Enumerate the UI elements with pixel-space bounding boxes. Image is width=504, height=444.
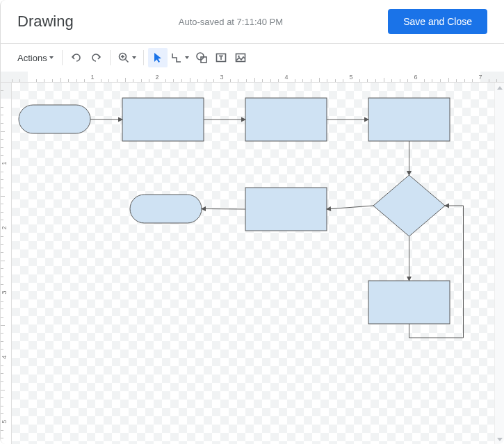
textbox-tool-button[interactable]: [211, 48, 231, 67]
shape-icon: [195, 51, 208, 64]
svg-point-4: [197, 53, 204, 60]
dropdown-caret-icon: [185, 56, 189, 59]
select-tool-button[interactable]: [148, 48, 168, 67]
drawing-canvas[interactable]: [12, 83, 494, 444]
flowchart-connector[interactable]: [327, 206, 373, 209]
zoom-button[interactable]: [115, 48, 139, 67]
flowchart-connector[interactable]: [202, 209, 245, 210]
image-tool-button[interactable]: [231, 48, 250, 67]
ruler-label: 3: [1, 290, 8, 294]
dropdown-caret-icon: [132, 56, 136, 59]
flowchart-rounded[interactable]: [130, 195, 202, 223]
ruler-label: 3: [220, 74, 223, 81]
flowchart-rect[interactable]: [368, 281, 450, 324]
toolbar: Actions: [1, 44, 504, 72]
ruler-label: 1: [90, 74, 94, 81]
chevron-down-icon: [497, 438, 503, 441]
flowchart-rect[interactable]: [122, 98, 204, 141]
page-title: Drawing: [17, 13, 74, 31]
flowchart-rect[interactable]: [245, 188, 327, 231]
image-icon: [234, 51, 247, 64]
redo-icon: [90, 51, 102, 64]
flowchart-rounded[interactable]: [19, 105, 90, 133]
line-tool-button[interactable]: [168, 48, 192, 67]
undo-icon: [70, 51, 83, 64]
flowchart-rect[interactable]: [368, 98, 450, 141]
svg-line-1: [125, 60, 128, 63]
toolbar-separator: [143, 50, 144, 65]
ruler-label: 1: [1, 161, 8, 165]
scroll-up-button[interactable]: [495, 83, 504, 92]
textbox-icon: [215, 51, 227, 64]
zoom-icon: [117, 51, 130, 64]
shape-tool-button[interactable]: [192, 48, 211, 67]
toolbar-separator: [110, 50, 111, 65]
ruler-label: 2: [1, 226, 8, 229]
toolbar-separator: [62, 50, 63, 65]
flowchart-connector[interactable]: [90, 120, 122, 120]
vertical-ruler: 12345: [1, 83, 12, 444]
work-area: 12345: [1, 83, 504, 444]
ruler-label: 7: [478, 74, 482, 81]
horizontal-ruler: 1234567: [1, 72, 504, 83]
ruler-label: 4: [284, 74, 288, 81]
redo-button[interactable]: [86, 48, 106, 67]
ruler-label: 5: [349, 74, 352, 81]
flowchart-rect[interactable]: [245, 98, 327, 141]
dropdown-caret-icon: [49, 56, 54, 59]
actions-menu-button[interactable]: Actions: [13, 48, 58, 67]
drawing-dialog: Drawing Auto-saved at 7:11:40 PM Save an…: [0, 0, 504, 444]
line-icon: [170, 51, 183, 64]
save-and-close-button[interactable]: Save and Close: [388, 9, 487, 34]
vertical-scrollbar[interactable]: [494, 83, 504, 444]
cursor-icon: [152, 51, 164, 64]
chevron-up-icon: [497, 86, 503, 90]
flowchart-svg: [12, 83, 494, 444]
autosave-status: Auto-saved at 7:11:40 PM: [85, 17, 377, 27]
scroll-down-button[interactable]: [495, 434, 504, 444]
ruler-label: 2: [155, 74, 158, 81]
ruler-label: 4: [1, 355, 8, 359]
ruler-label: 6: [414, 74, 417, 81]
actions-menu-label: Actions: [17, 53, 47, 63]
dialog-header: Drawing Auto-saved at 7:11:40 PM Save an…: [1, 0, 504, 43]
flowchart-diamond[interactable]: [373, 175, 445, 236]
ruler-label: 5: [1, 420, 8, 423]
undo-button[interactable]: [67, 48, 86, 67]
svg-point-10: [238, 56, 239, 57]
